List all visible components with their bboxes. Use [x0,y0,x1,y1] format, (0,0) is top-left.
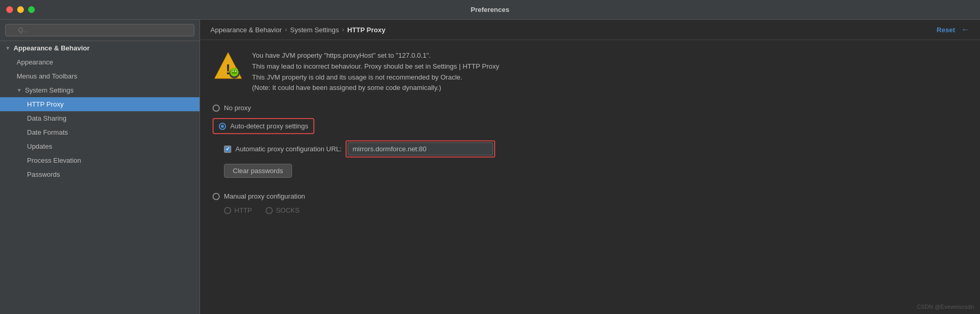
manual-proxy-option[interactable]: Manual proxy configuration [213,192,968,200]
clear-passwords-container: Clear passwords [213,164,968,185]
sidebar-item-updates[interactable]: Updates [0,139,200,153]
no-proxy-option[interactable]: No proxy [213,104,968,112]
radio-selected-indicator [221,125,224,128]
auto-detect-label: Auto-detect proxy settings [230,122,308,130]
warning-icon: ! [213,50,244,82]
auto-config-checkbox[interactable]: ✓ [224,146,231,153]
breadcrumb-system-settings[interactable]: System Settings [290,26,339,34]
breadcrumb-appearance-behavior[interactable]: Appearance & Behavior [210,26,282,34]
sidebar-item-http-proxy[interactable]: HTTP Proxy [0,97,200,111]
sidebar-item-date-formats[interactable]: Date Formats [0,125,200,139]
http-label: HTTP [234,206,252,214]
titlebar: Preferences [0,0,980,20]
chevron-down-icon: ▼ [17,87,22,93]
maximize-button[interactable] [28,6,35,13]
sidebar-item-passwords[interactable]: Passwords [0,167,200,181]
content-body: ! You have JVM property "https.proxyHost… [200,40,980,314]
http-radio[interactable] [224,207,231,214]
auto-detect-radio[interactable] [219,123,226,130]
warning-box: ! You have JVM property "https.proxyHost… [213,50,968,94]
warning-line3: This JVM property is old and its usage i… [252,72,499,83]
sidebar-item-appearance-behavior[interactable]: ▼ Appearance & Behavior [0,41,200,55]
header-actions: Reset ← [937,25,970,34]
sidebar-item-menus-toolbars[interactable]: Menus and Toolbars [0,69,200,83]
no-proxy-radio[interactable] [213,104,220,112]
sidebar-item-data-sharing[interactable]: Data Sharing [0,111,200,125]
svg-point-6 [235,71,236,72]
manual-proxy-radio[interactable] [213,193,220,200]
close-button[interactable] [6,6,13,13]
breadcrumb: Appearance & Behavior › System Settings … [210,26,386,34]
breadcrumb-sep-1: › [285,26,287,33]
auto-config-label: Automatic proxy configuration URL: [235,145,341,153]
svg-rect-4 [232,70,237,74]
sidebar: 🔍 ▼ Appearance & Behavior Appearance Men… [0,20,200,314]
reset-button[interactable]: Reset [937,26,955,34]
auto-detect-option[interactable]: Auto-detect proxy settings [213,118,314,134]
chevron-down-icon: ▼ [5,45,10,51]
socks-radio[interactable] [266,207,273,214]
warning-line4: (Note: It could have been assigned by so… [252,83,499,94]
manual-proxy-label: Manual proxy configuration [224,192,305,200]
search-wrapper: 🔍 [5,24,194,36]
warning-line2: This may lead to incorrect behaviour. Pr… [252,61,499,72]
svg-point-5 [232,71,233,72]
content-panel: Appearance & Behavior › System Settings … [200,20,980,314]
socks-label: SOCKS [276,206,300,214]
sidebar-item-process-elevation[interactable]: Process Elevation [0,153,200,167]
minimize-button[interactable] [17,6,24,13]
url-input-wrapper [346,140,495,158]
protocol-radio-row: HTTP SOCKS [224,206,968,214]
warning-text: You have JVM property "https.proxyHost" … [252,50,499,94]
search-input[interactable] [5,24,194,36]
window-controls [6,6,35,13]
main-container: 🔍 ▼ Appearance & Behavior Appearance Men… [0,20,980,314]
search-container: 🔍 [0,20,200,41]
watermark: CSDN @Eveweiscsdn [917,304,974,310]
breadcrumb-sep-2: › [342,26,344,33]
sidebar-item-appearance[interactable]: Appearance [0,55,200,69]
breadcrumb-http-proxy[interactable]: HTTP Proxy [347,26,385,34]
url-input[interactable] [348,142,493,155]
clear-passwords-button[interactable]: Clear passwords [224,164,292,178]
warning-line1: You have JVM property "https.proxyHost" … [252,50,499,61]
window-title: Preferences [471,6,509,14]
back-button[interactable]: ← [961,25,970,34]
sidebar-item-system-settings[interactable]: ▼ System Settings [0,83,200,97]
no-proxy-label: No proxy [224,104,251,112]
content-header: Appearance & Behavior › System Settings … [200,20,980,40]
checkmark-icon: ✓ [226,146,230,152]
auto-config-row: ✓ Automatic proxy configuration URL: [224,140,968,158]
